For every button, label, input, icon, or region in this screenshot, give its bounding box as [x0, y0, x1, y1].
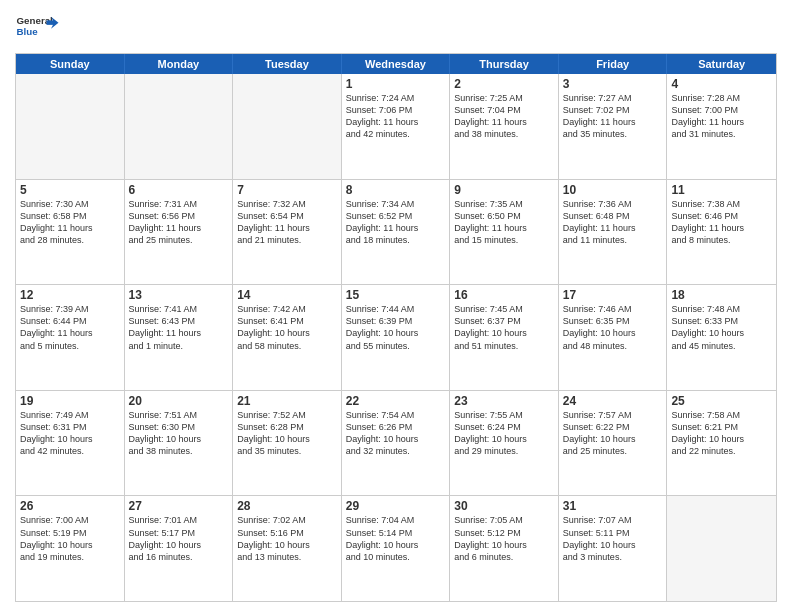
- day-number: 7: [237, 183, 337, 197]
- header-day-tuesday: Tuesday: [233, 54, 342, 74]
- day-number: 29: [346, 499, 446, 513]
- day-cell-16: 16Sunrise: 7:45 AM Sunset: 6:37 PM Dayli…: [450, 285, 559, 390]
- day-info: Sunrise: 7:32 AM Sunset: 6:54 PM Dayligh…: [237, 198, 337, 247]
- day-cell-17: 17Sunrise: 7:46 AM Sunset: 6:35 PM Dayli…: [559, 285, 668, 390]
- calendar-row: 26Sunrise: 7:00 AM Sunset: 5:19 PM Dayli…: [16, 495, 776, 601]
- empty-cell: [233, 74, 342, 179]
- day-info: Sunrise: 7:42 AM Sunset: 6:41 PM Dayligh…: [237, 303, 337, 352]
- day-number: 1: [346, 77, 446, 91]
- day-cell-5: 5Sunrise: 7:30 AM Sunset: 6:58 PM Daylig…: [16, 180, 125, 285]
- day-cell-19: 19Sunrise: 7:49 AM Sunset: 6:31 PM Dayli…: [16, 391, 125, 496]
- day-info: Sunrise: 7:57 AM Sunset: 6:22 PM Dayligh…: [563, 409, 663, 458]
- day-number: 17: [563, 288, 663, 302]
- day-info: Sunrise: 7:48 AM Sunset: 6:33 PM Dayligh…: [671, 303, 772, 352]
- day-number: 20: [129, 394, 229, 408]
- calendar-row: 5Sunrise: 7:30 AM Sunset: 6:58 PM Daylig…: [16, 179, 776, 285]
- logo-icon: General Blue: [15, 10, 60, 45]
- page-header: General Blue: [15, 10, 777, 45]
- day-info: Sunrise: 7:52 AM Sunset: 6:28 PM Dayligh…: [237, 409, 337, 458]
- day-number: 2: [454, 77, 554, 91]
- svg-rect-3: [47, 20, 55, 25]
- day-number: 24: [563, 394, 663, 408]
- logo: General Blue: [15, 10, 60, 45]
- svg-text:Blue: Blue: [17, 26, 39, 37]
- day-info: Sunrise: 7:51 AM Sunset: 6:30 PM Dayligh…: [129, 409, 229, 458]
- day-info: Sunrise: 7:01 AM Sunset: 5:17 PM Dayligh…: [129, 514, 229, 563]
- day-info: Sunrise: 7:00 AM Sunset: 5:19 PM Dayligh…: [20, 514, 120, 563]
- day-info: Sunrise: 7:54 AM Sunset: 6:26 PM Dayligh…: [346, 409, 446, 458]
- day-info: Sunrise: 7:44 AM Sunset: 6:39 PM Dayligh…: [346, 303, 446, 352]
- calendar-row: 1Sunrise: 7:24 AM Sunset: 7:06 PM Daylig…: [16, 74, 776, 179]
- day-info: Sunrise: 7:24 AM Sunset: 7:06 PM Dayligh…: [346, 92, 446, 141]
- header-day-saturday: Saturday: [667, 54, 776, 74]
- empty-cell: [667, 496, 776, 601]
- day-number: 4: [671, 77, 772, 91]
- day-cell-31: 31Sunrise: 7:07 AM Sunset: 5:11 PM Dayli…: [559, 496, 668, 601]
- day-number: 19: [20, 394, 120, 408]
- day-cell-4: 4Sunrise: 7:28 AM Sunset: 7:00 PM Daylig…: [667, 74, 776, 179]
- day-number: 25: [671, 394, 772, 408]
- day-info: Sunrise: 7:45 AM Sunset: 6:37 PM Dayligh…: [454, 303, 554, 352]
- day-number: 30: [454, 499, 554, 513]
- day-cell-28: 28Sunrise: 7:02 AM Sunset: 5:16 PM Dayli…: [233, 496, 342, 601]
- empty-cell: [16, 74, 125, 179]
- day-info: Sunrise: 7:38 AM Sunset: 6:46 PM Dayligh…: [671, 198, 772, 247]
- header-day-friday: Friday: [559, 54, 668, 74]
- day-cell-24: 24Sunrise: 7:57 AM Sunset: 6:22 PM Dayli…: [559, 391, 668, 496]
- day-number: 12: [20, 288, 120, 302]
- day-info: Sunrise: 7:39 AM Sunset: 6:44 PM Dayligh…: [20, 303, 120, 352]
- day-info: Sunrise: 7:28 AM Sunset: 7:00 PM Dayligh…: [671, 92, 772, 141]
- day-cell-2: 2Sunrise: 7:25 AM Sunset: 7:04 PM Daylig…: [450, 74, 559, 179]
- day-number: 9: [454, 183, 554, 197]
- day-number: 13: [129, 288, 229, 302]
- day-info: Sunrise: 7:31 AM Sunset: 6:56 PM Dayligh…: [129, 198, 229, 247]
- day-cell-11: 11Sunrise: 7:38 AM Sunset: 6:46 PM Dayli…: [667, 180, 776, 285]
- header-day-sunday: Sunday: [16, 54, 125, 74]
- day-info: Sunrise: 7:41 AM Sunset: 6:43 PM Dayligh…: [129, 303, 229, 352]
- day-cell-6: 6Sunrise: 7:31 AM Sunset: 6:56 PM Daylig…: [125, 180, 234, 285]
- day-number: 31: [563, 499, 663, 513]
- day-info: Sunrise: 7:07 AM Sunset: 5:11 PM Dayligh…: [563, 514, 663, 563]
- day-cell-29: 29Sunrise: 7:04 AM Sunset: 5:14 PM Dayli…: [342, 496, 451, 601]
- day-cell-25: 25Sunrise: 7:58 AM Sunset: 6:21 PM Dayli…: [667, 391, 776, 496]
- day-cell-3: 3Sunrise: 7:27 AM Sunset: 7:02 PM Daylig…: [559, 74, 668, 179]
- day-cell-9: 9Sunrise: 7:35 AM Sunset: 6:50 PM Daylig…: [450, 180, 559, 285]
- day-number: 27: [129, 499, 229, 513]
- day-number: 3: [563, 77, 663, 91]
- day-number: 5: [20, 183, 120, 197]
- day-info: Sunrise: 7:58 AM Sunset: 6:21 PM Dayligh…: [671, 409, 772, 458]
- calendar-body: 1Sunrise: 7:24 AM Sunset: 7:06 PM Daylig…: [16, 74, 776, 601]
- day-info: Sunrise: 7:55 AM Sunset: 6:24 PM Dayligh…: [454, 409, 554, 458]
- day-info: Sunrise: 7:25 AM Sunset: 7:04 PM Dayligh…: [454, 92, 554, 141]
- day-number: 21: [237, 394, 337, 408]
- day-number: 11: [671, 183, 772, 197]
- day-cell-8: 8Sunrise: 7:34 AM Sunset: 6:52 PM Daylig…: [342, 180, 451, 285]
- day-cell-22: 22Sunrise: 7:54 AM Sunset: 6:26 PM Dayli…: [342, 391, 451, 496]
- day-info: Sunrise: 7:35 AM Sunset: 6:50 PM Dayligh…: [454, 198, 554, 247]
- day-cell-27: 27Sunrise: 7:01 AM Sunset: 5:17 PM Dayli…: [125, 496, 234, 601]
- day-info: Sunrise: 7:36 AM Sunset: 6:48 PM Dayligh…: [563, 198, 663, 247]
- page-container: General Blue SundayMondayTuesdayWednesda…: [0, 0, 792, 612]
- day-info: Sunrise: 7:05 AM Sunset: 5:12 PM Dayligh…: [454, 514, 554, 563]
- day-info: Sunrise: 7:46 AM Sunset: 6:35 PM Dayligh…: [563, 303, 663, 352]
- calendar: SundayMondayTuesdayWednesdayThursdayFrid…: [15, 53, 777, 602]
- day-number: 16: [454, 288, 554, 302]
- day-cell-13: 13Sunrise: 7:41 AM Sunset: 6:43 PM Dayli…: [125, 285, 234, 390]
- day-cell-14: 14Sunrise: 7:42 AM Sunset: 6:41 PM Dayli…: [233, 285, 342, 390]
- header-day-wednesday: Wednesday: [342, 54, 451, 74]
- day-cell-23: 23Sunrise: 7:55 AM Sunset: 6:24 PM Dayli…: [450, 391, 559, 496]
- day-number: 22: [346, 394, 446, 408]
- calendar-row: 12Sunrise: 7:39 AM Sunset: 6:44 PM Dayli…: [16, 284, 776, 390]
- day-number: 8: [346, 183, 446, 197]
- day-number: 15: [346, 288, 446, 302]
- day-number: 14: [237, 288, 337, 302]
- day-number: 23: [454, 394, 554, 408]
- calendar-header: SundayMondayTuesdayWednesdayThursdayFrid…: [16, 54, 776, 74]
- day-cell-10: 10Sunrise: 7:36 AM Sunset: 6:48 PM Dayli…: [559, 180, 668, 285]
- day-info: Sunrise: 7:30 AM Sunset: 6:58 PM Dayligh…: [20, 198, 120, 247]
- header-day-monday: Monday: [125, 54, 234, 74]
- day-cell-1: 1Sunrise: 7:24 AM Sunset: 7:06 PM Daylig…: [342, 74, 451, 179]
- day-info: Sunrise: 7:49 AM Sunset: 6:31 PM Dayligh…: [20, 409, 120, 458]
- calendar-row: 19Sunrise: 7:49 AM Sunset: 6:31 PM Dayli…: [16, 390, 776, 496]
- day-cell-18: 18Sunrise: 7:48 AM Sunset: 6:33 PM Dayli…: [667, 285, 776, 390]
